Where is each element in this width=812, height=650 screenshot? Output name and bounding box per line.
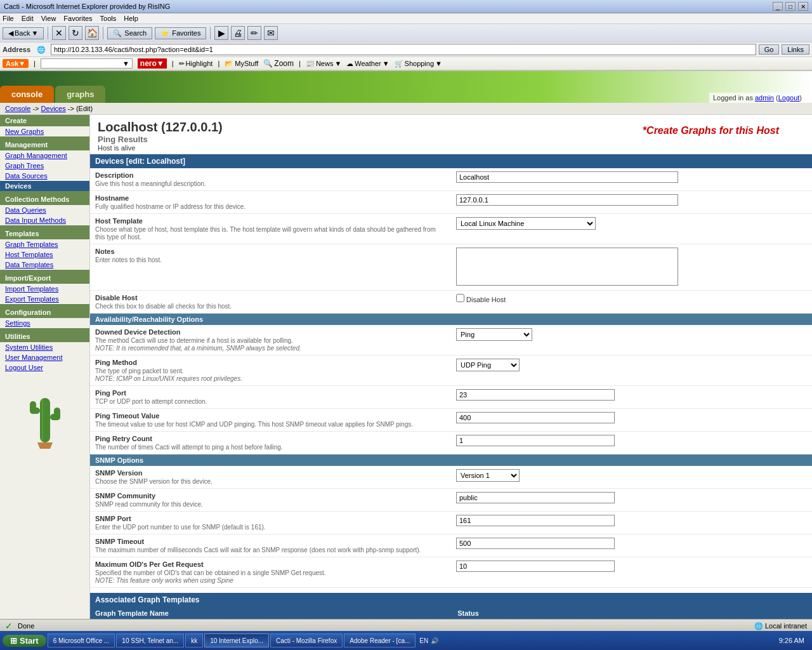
hostname-input[interactable] xyxy=(456,194,678,206)
close-btn[interactable]: ✕ xyxy=(798,2,808,11)
ping-port-input[interactable] xyxy=(456,389,615,401)
ping-status: Host is alive xyxy=(98,144,223,152)
menu-edit[interactable]: Edit xyxy=(22,15,34,22)
sidebar: Create New Graphs Management Graph Manag… xyxy=(0,115,90,619)
sidebar-item-export-templates[interactable]: Export Templates xyxy=(0,294,89,304)
snmp-timeout-help: The maximum number of milliseconds Cacti… xyxy=(95,547,421,554)
ping-timeout-input[interactable] xyxy=(456,412,615,423)
snmp-version-select[interactable]: Version 1 Version 2 Version 3 xyxy=(456,469,520,482)
sidebar-item-data-input-methods[interactable]: Data Input Methods xyxy=(0,215,89,225)
shopping-btn[interactable]: 🛒 Shopping ▼ xyxy=(395,60,442,68)
mystuff-btn[interactable]: 📂 MyStuff xyxy=(225,60,258,68)
sidebar-templates-header[interactable]: Templates xyxy=(0,228,89,239)
weather-btn[interactable]: ☁ Weather ▼ xyxy=(346,60,389,68)
assoc-table: Graph Template Name Status 1) Cisco - CP… xyxy=(90,607,812,619)
snmp-port-input[interactable] xyxy=(456,515,615,526)
form-table: Description Give this host a meaningful … xyxy=(90,168,812,314)
disable-checkbox[interactable] xyxy=(456,294,464,302)
stop-btn[interactable]: ✕ xyxy=(52,26,66,40)
toolbar2-sep2: | xyxy=(172,60,174,67)
links-button[interactable]: Links xyxy=(782,44,809,55)
sidebar-item-graph-trees[interactable]: Graph Trees xyxy=(0,161,89,171)
snmp-community-label: SNMP Community xyxy=(95,492,446,500)
address-input[interactable] xyxy=(51,44,756,55)
sidebar-item-data-queries[interactable]: Data Queries xyxy=(0,205,89,215)
sidebar-configuration-header[interactable]: Configuration xyxy=(0,307,89,318)
sidebar-item-data-sources[interactable]: Data Sources xyxy=(0,171,89,181)
browser-title: Cacti - Microsoft Internet Explorer prov… xyxy=(4,3,170,10)
sidebar-item-host-templates[interactable]: Host Templates xyxy=(0,249,89,260)
ping-retry-input[interactable] xyxy=(456,435,615,446)
menu-favorites[interactable]: Favorites xyxy=(63,15,92,22)
maximize-btn[interactable]: □ xyxy=(785,2,796,11)
sidebar-item-import-templates[interactable]: Import Templates xyxy=(0,284,89,294)
downed-label: Downed Device Detection xyxy=(95,328,446,336)
create-graphs-link[interactable]: *Create Graphs for this Host xyxy=(643,125,779,136)
mail-btn[interactable]: ✉ xyxy=(264,26,278,40)
home-btn[interactable]: 🏠 xyxy=(85,26,99,40)
back-button[interactable]: ◀ Back ▼ xyxy=(3,27,44,39)
sidebar-import-export-header[interactable]: Import/Export xyxy=(0,272,89,284)
breadcrumb-console[interactable]: Console xyxy=(5,105,30,112)
search-button[interactable]: 🔍 Search xyxy=(107,27,152,39)
svg-rect-2 xyxy=(30,401,36,414)
sidebar-item-graph-management[interactable]: Graph Management xyxy=(0,150,89,161)
sidebar-item-logout-user[interactable]: Logout User xyxy=(0,362,89,373)
taskbar: ⊞ Start 6 Microsoft Office ... 10 SSH, T… xyxy=(0,631,812,632)
sidebar-management-header[interactable]: Management xyxy=(0,139,89,150)
zoom-btn[interactable]: 🔍 Zoom xyxy=(263,59,294,68)
form-row-disable: Disable Host Check this box to disable a… xyxy=(90,291,812,314)
snmp-community-input[interactable] xyxy=(456,492,615,503)
availability-section-header: Availability/Reachability Options xyxy=(90,314,812,325)
menu-file[interactable]: File xyxy=(3,15,14,22)
notes-label: Notes xyxy=(95,248,446,255)
sidebar-item-devices[interactable]: Devices xyxy=(0,181,89,191)
snmp-community-help: SNMP read community for this device. xyxy=(95,501,203,508)
menu-help[interactable]: Help xyxy=(124,15,138,22)
snmp-timeout-input[interactable] xyxy=(456,538,615,549)
highlight-btn[interactable]: ✏ Highlight xyxy=(179,60,213,68)
tab-console[interactable]: console xyxy=(0,86,54,103)
sidebar-item-system-utilities[interactable]: System Utilities xyxy=(0,342,89,352)
sidebar-collection-header[interactable]: Collection Methods xyxy=(0,194,89,205)
notes-textarea[interactable] xyxy=(456,248,678,286)
menu-view[interactable]: View xyxy=(41,15,56,22)
desc-help: Give this host a meaningful description. xyxy=(95,180,206,187)
ping-port-label: Ping Port xyxy=(95,389,446,397)
content-area: Localhost (127.0.0.1) Ping Results Host … xyxy=(90,115,812,619)
edit-btn[interactable]: ✏ xyxy=(247,26,261,40)
go-button[interactable]: Go xyxy=(759,44,780,55)
media-btn[interactable]: ▶ xyxy=(214,26,228,40)
main-layout: Create New Graphs Management Graph Manag… xyxy=(0,115,812,619)
ask-logo[interactable]: Ask▼ xyxy=(3,59,29,68)
sidebar-item-user-management[interactable]: User Management xyxy=(0,352,89,362)
downed-select[interactable]: Ping SNMP None xyxy=(456,328,532,341)
disable-label: Disable Host xyxy=(95,294,446,302)
print-btn[interactable]: 🖨 xyxy=(231,26,245,40)
sidebar-create-header[interactable]: Create xyxy=(0,115,89,126)
address-label: Address xyxy=(3,46,34,53)
menu-tools[interactable]: Tools xyxy=(100,15,117,22)
favorites-button[interactable]: ⭐ Favorites xyxy=(155,27,206,39)
tab-graphs[interactable]: graphs xyxy=(55,86,105,103)
sidebar-item-settings[interactable]: Settings xyxy=(0,318,89,328)
host-template-select[interactable]: Local Linux Machine None xyxy=(456,217,596,230)
description-input[interactable] xyxy=(456,171,678,183)
ping-method-select[interactable]: UDP Ping ICMP Ping TCP Ping xyxy=(456,359,520,371)
sidebar-utilities-header[interactable]: Utilities xyxy=(0,331,89,342)
ping-label: Ping Results xyxy=(98,135,223,144)
breadcrumb-current: (Edit) xyxy=(76,105,93,112)
max-oids-input[interactable] xyxy=(456,560,615,572)
refresh-btn[interactable]: ↻ xyxy=(69,26,82,40)
sidebar-item-new-graphs[interactable]: New Graphs xyxy=(0,126,89,136)
ie-search-input[interactable] xyxy=(44,60,120,67)
user-link[interactable]: admin xyxy=(755,94,774,102)
sidebar-item-graph-templates[interactable]: Graph Templates xyxy=(0,239,89,249)
sidebar-item-data-templates[interactable]: Data Templates xyxy=(0,260,89,270)
minimize-btn[interactable]: _ xyxy=(773,2,783,11)
ie-search-dropdown[interactable]: ▼ xyxy=(122,60,129,67)
logout-link[interactable]: Logout xyxy=(778,94,800,102)
status-bar: ✓ Done 🌐 Local intranet xyxy=(0,619,812,632)
news-btn[interactable]: 📰 News ▼ xyxy=(306,60,341,68)
breadcrumb-devices[interactable]: Devices xyxy=(41,105,66,112)
